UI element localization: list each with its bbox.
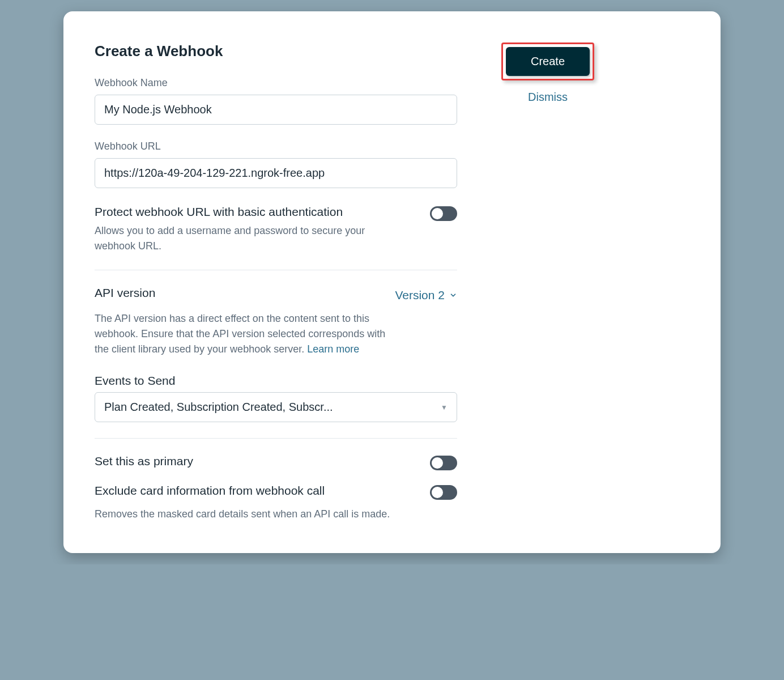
- api-version-desc: The API version has a direct effect on t…: [95, 311, 400, 357]
- set-primary-row: Set this as primary: [95, 454, 457, 473]
- set-primary-toggle[interactable]: [430, 456, 457, 470]
- chevron-down-icon: [449, 291, 457, 299]
- dismiss-link[interactable]: Dismiss: [528, 91, 568, 104]
- api-version-title: API version: [95, 286, 155, 300]
- caret-down-icon: ▼: [441, 403, 448, 411]
- toggle-knob: [432, 487, 443, 498]
- protect-auth-section: Protect webhook URL with basic authentic…: [95, 205, 457, 254]
- create-button[interactable]: Create: [506, 47, 590, 76]
- protect-auth-title: Protect webhook URL with basic authentic…: [95, 205, 400, 219]
- webhook-url-group: Webhook URL: [95, 141, 457, 188]
- exclude-card-title: Exclude card information from webhook ca…: [95, 484, 325, 498]
- webhook-name-group: Webhook Name: [95, 77, 457, 125]
- set-primary-title: Set this as primary: [95, 454, 193, 468]
- exclude-card-section: Exclude card information from webhook ca…: [95, 484, 457, 522]
- exclude-card-desc: Removes the masked card details sent whe…: [95, 507, 400, 522]
- divider: [95, 438, 457, 439]
- divider: [95, 270, 457, 270]
- toggle-knob: [432, 208, 443, 219]
- events-select[interactable]: Plan Created, Subscription Created, Subs…: [95, 392, 457, 422]
- learn-more-link[interactable]: Learn more: [307, 343, 359, 355]
- events-value: Plan Created, Subscription Created, Subs…: [104, 401, 333, 414]
- exclude-card-toggle[interactable]: [430, 485, 457, 500]
- page-title: Create a Webhook: [95, 42, 457, 60]
- events-title: Events to Send: [95, 374, 457, 388]
- api-version-select[interactable]: Version 2: [395, 288, 457, 302]
- form-main-column: Create a Webhook Webhook Name Webhook UR…: [95, 42, 457, 522]
- action-column: Create Dismiss: [491, 42, 604, 522]
- events-section: Events to Send Plan Created, Subscriptio…: [95, 374, 457, 422]
- webhook-url-input[interactable]: [95, 158, 457, 188]
- create-button-highlight: Create: [501, 42, 594, 80]
- protect-auth-toggle[interactable]: [430, 206, 457, 221]
- protect-auth-desc: Allows you to add a username and passwor…: [95, 223, 400, 254]
- create-webhook-panel: Create a Webhook Webhook Name Webhook UR…: [63, 11, 721, 553]
- api-version-row: API version Version 2: [95, 286, 457, 304]
- api-version-value: Version 2: [395, 288, 445, 302]
- webhook-url-label: Webhook URL: [95, 141, 457, 152]
- toggle-knob: [432, 457, 443, 469]
- webhook-name-label: Webhook Name: [95, 77, 457, 89]
- webhook-name-input[interactable]: [95, 95, 457, 125]
